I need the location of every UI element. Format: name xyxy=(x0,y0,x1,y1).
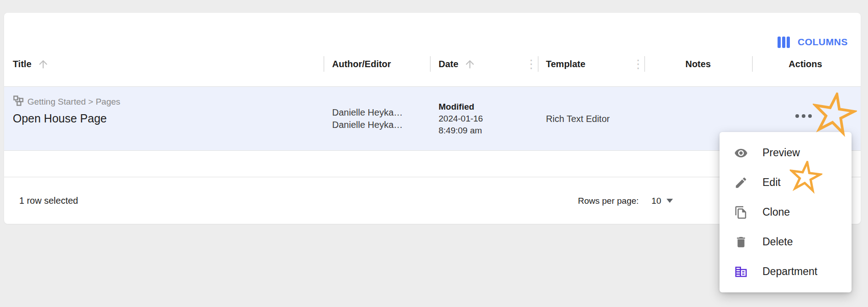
rows-per-page-label: Rows per page: xyxy=(578,196,639,206)
title-cell: Getting Started > Pages Open House Page xyxy=(13,95,120,125)
template-name: Rich Text Editor xyxy=(546,114,610,124)
page: COLUMNS Title Author/Editor Date ⋮ xyxy=(0,0,868,307)
menu-item-edit-label: Edit xyxy=(762,176,781,189)
chevron-down-icon xyxy=(667,199,673,203)
column-header-actions: Actions xyxy=(752,41,859,87)
sort-ascending-icon xyxy=(37,58,49,70)
breadcrumb-text: Getting Started > Pages xyxy=(27,97,120,107)
author-name: Danielle Heyka… xyxy=(332,106,403,119)
menu-item-department-label: Department xyxy=(762,265,817,278)
editor-name: Danielle Heyka… xyxy=(332,119,403,131)
column-separator xyxy=(430,56,431,72)
menu-item-preview-label: Preview xyxy=(762,147,800,159)
column-header-title-label: Title xyxy=(13,59,32,69)
menu-item-delete[interactable]: Delete xyxy=(720,227,852,257)
row-actions-menu: Preview Edit Clone Delete Department xyxy=(720,132,852,292)
menu-item-delete-label: Delete xyxy=(762,236,793,248)
trash-icon xyxy=(734,235,748,249)
column-header-date-label: Date xyxy=(439,59,458,69)
column-header-author-editor-label: Author/Editor xyxy=(332,59,391,69)
pencil-icon xyxy=(734,176,748,190)
copy-icon xyxy=(734,206,748,219)
column-header-date[interactable]: Date xyxy=(439,41,476,87)
menu-item-clone[interactable]: Clone xyxy=(720,197,852,227)
breadcrumb: Getting Started > Pages xyxy=(13,95,120,108)
row-title: Open House Page xyxy=(13,112,120,125)
rows-per-page-value: 10 xyxy=(651,196,661,206)
grid-header-row: Title Author/Editor Date ⋮ Template xyxy=(4,41,861,87)
rows-per-page-select[interactable]: 10 xyxy=(651,196,673,206)
time-value: 8:49:09 am xyxy=(439,125,483,137)
eye-icon xyxy=(734,146,748,160)
menu-item-preview[interactable]: Preview xyxy=(720,138,852,168)
column-header-title[interactable]: Title xyxy=(13,41,49,87)
rows-per-page: Rows per page: 10 xyxy=(578,178,673,224)
date-value: 2024-01-16 xyxy=(439,113,483,125)
selection-status: 1 row selected xyxy=(19,178,78,224)
author-editor-cell: Danielle Heyka… Danielle Heyka… xyxy=(332,106,403,131)
column-header-template-label: Template xyxy=(546,59,585,69)
column-header-notes[interactable]: Notes xyxy=(644,41,752,87)
column-header-actions-label: Actions xyxy=(789,59,822,69)
date-column-menu-icon[interactable]: ⋮ xyxy=(525,41,537,87)
row-actions-menu-button[interactable] xyxy=(793,111,815,121)
department-icon xyxy=(734,265,748,279)
column-separator xyxy=(323,56,324,72)
sitemap-icon xyxy=(13,95,24,108)
column-header-author-editor[interactable]: Author/Editor xyxy=(332,41,391,87)
menu-item-department[interactable]: Department xyxy=(720,257,852,286)
column-header-template[interactable]: Template xyxy=(546,41,585,87)
menu-item-edit[interactable]: Edit xyxy=(720,168,852,197)
column-header-notes-label: Notes xyxy=(685,59,711,69)
date-modified-label: Modified xyxy=(439,101,483,113)
template-cell: Rich Text Editor xyxy=(546,87,610,151)
date-cell: Modified 2024-01-16 8:49:09 am xyxy=(439,101,483,137)
menu-item-clone-label: Clone xyxy=(762,206,790,218)
sort-ascending-icon xyxy=(464,58,476,70)
template-column-menu-icon[interactable]: ⋮ xyxy=(632,41,644,87)
column-separator xyxy=(538,56,539,72)
